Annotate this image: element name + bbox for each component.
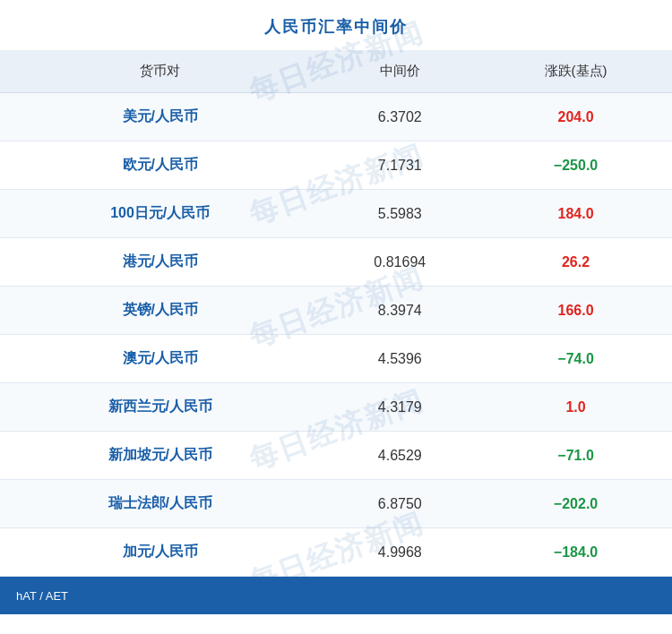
cell-change: 26.2 [479, 238, 672, 287]
cell-midprice: 5.5983 [321, 190, 480, 238]
col-midprice: 中间价 [321, 50, 480, 93]
cell-midprice: 6.3702 [321, 93, 480, 141]
cell-currency: 瑞士法郎/人民币 [0, 480, 321, 528]
table-row: 英镑/人民币8.3974166.0 [0, 287, 672, 335]
table-row: 加元/人民币4.9968−184.0 [0, 528, 672, 577]
col-change: 涨跌(基点) [479, 50, 672, 93]
table-row: 港元/人民币0.8169426.2 [0, 238, 672, 287]
cell-currency: 欧元/人民币 [0, 141, 321, 190]
cell-midprice: 0.81694 [321, 238, 480, 287]
cell-currency: 加元/人民币 [0, 528, 321, 577]
cell-change: −250.0 [479, 141, 672, 190]
cell-currency: 100日元/人民币 [0, 190, 321, 238]
exchange-rate-table: 货币对 中间价 涨跌(基点) 美元/人民币6.3702204.0欧元/人民币7.… [0, 50, 672, 577]
cell-midprice: 4.9968 [321, 528, 480, 577]
cell-midprice: 4.5396 [321, 335, 480, 383]
cell-midprice: 6.8750 [321, 480, 480, 528]
cell-midprice: 8.3974 [321, 287, 480, 335]
cell-currency: 新西兰元/人民币 [0, 383, 321, 432]
table-row: 新西兰元/人民币4.31791.0 [0, 383, 672, 432]
cell-midprice: 7.1731 [321, 141, 480, 190]
table-row: 澳元/人民币4.5396−74.0 [0, 335, 672, 383]
col-currency: 货币对 [0, 50, 321, 93]
cell-change: 1.0 [479, 383, 672, 432]
table-row: 新加坡元/人民币4.6529−71.0 [0, 432, 672, 480]
footer-text: hAT / AET [16, 589, 68, 603]
cell-change: −184.0 [479, 528, 672, 577]
page-title: 人民币汇率中间价 [0, 0, 672, 50]
cell-currency: 美元/人民币 [0, 93, 321, 141]
table-row: 美元/人民币6.3702204.0 [0, 93, 672, 141]
main-container: 每日经济新闻 每日经济新闻 每日经济新闻 每日经济新闻 每日经济新闻 人民币汇率… [0, 0, 672, 614]
footer-bar: hAT / AET [0, 577, 672, 614]
cell-change: 204.0 [479, 93, 672, 141]
table-row: 欧元/人民币7.1731−250.0 [0, 141, 672, 190]
cell-midprice: 4.6529 [321, 432, 480, 480]
cell-midprice: 4.3179 [321, 383, 480, 432]
cell-change: −74.0 [479, 335, 672, 383]
cell-currency: 港元/人民币 [0, 238, 321, 287]
cell-change: 166.0 [479, 287, 672, 335]
cell-currency: 澳元/人民币 [0, 335, 321, 383]
cell-change: −202.0 [479, 480, 672, 528]
table-row: 瑞士法郎/人民币6.8750−202.0 [0, 480, 672, 528]
table-header-row: 货币对 中间价 涨跌(基点) [0, 50, 672, 93]
cell-currency: 新加坡元/人民币 [0, 432, 321, 480]
cell-currency: 英镑/人民币 [0, 287, 321, 335]
table-row: 100日元/人民币5.5983184.0 [0, 190, 672, 238]
cell-change: −71.0 [479, 432, 672, 480]
cell-change: 184.0 [479, 190, 672, 238]
